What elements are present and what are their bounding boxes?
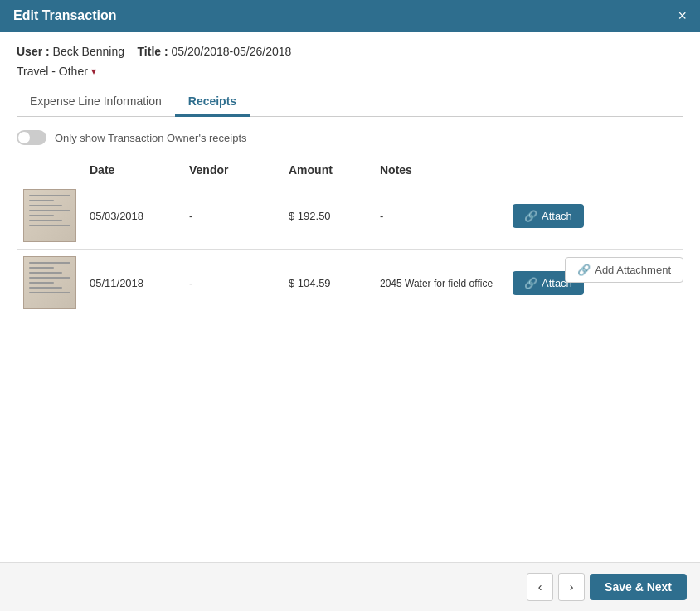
receipt-notes-1: - xyxy=(373,182,506,250)
dropdown-arrow-icon: ▾ xyxy=(91,65,96,77)
col-header-amount: Amount xyxy=(282,158,373,182)
modal-header: Edit Transaction × xyxy=(0,0,700,32)
toggle-row: Only show Transaction Owner's receipts xyxy=(17,130,683,145)
receipt-vendor-2: - xyxy=(182,250,282,317)
close-button[interactable]: × xyxy=(678,8,687,23)
receipt-amount-2: $ 104.59 xyxy=(282,250,373,317)
attach-button-1[interactable]: 🔗 Attach xyxy=(513,204,584,228)
prev-button[interactable]: ‹ xyxy=(527,573,553,601)
receipt-vendor-1: - xyxy=(182,182,282,250)
side-actions: 🔗 Add Attachment xyxy=(565,257,683,283)
modal-footer: ‹ › Save & Next xyxy=(0,562,700,611)
table-row: 05/03/2018 - $ 192.50 - 🔗 Attach xyxy=(17,182,683,250)
category-label: Travel - Other xyxy=(17,65,88,78)
receipt-attach-cell-1: 🔗 Attach xyxy=(506,182,683,250)
title-value: 05/20/2018-05/26/2018 xyxy=(172,45,292,58)
save-next-button[interactable]: Save & Next xyxy=(590,574,687,600)
title-label: Title : xyxy=(138,45,168,58)
tabs-container: Expense Line Information Receipts xyxy=(17,88,683,117)
edit-transaction-modal: Edit Transaction × User : Beck Benning T… xyxy=(0,0,700,611)
modal-title: Edit Transaction xyxy=(13,8,116,23)
user-label: User : xyxy=(17,45,50,58)
paperclip-icon-2: 🔗 xyxy=(524,277,537,289)
user-name: Beck Benning xyxy=(53,45,124,58)
tab-receipts[interactable]: Receipts xyxy=(175,88,250,117)
user-info-row: User : Beck Benning Title : 05/20/2018-0… xyxy=(17,45,683,58)
receipt-date-1: 05/03/2018 xyxy=(83,182,182,250)
receipt-amount-1: $ 192.50 xyxy=(282,182,373,250)
next-button[interactable]: › xyxy=(558,573,585,601)
col-header-image xyxy=(17,158,83,182)
category-row: Travel - Other ▾ xyxy=(17,65,683,78)
tab-expense-line[interactable]: Expense Line Information xyxy=(17,88,175,117)
toggle-label: Only show Transaction Owner's receipts xyxy=(55,132,247,144)
receipt-thumbnail-2[interactable] xyxy=(17,250,83,317)
receipts-table: Date Vendor Amount Notes xyxy=(17,158,683,316)
col-header-notes: Notes xyxy=(373,158,506,182)
col-header-date: Date xyxy=(83,158,182,182)
transaction-owner-toggle[interactable] xyxy=(17,130,46,145)
paperclip-icon-1: 🔗 xyxy=(524,210,537,222)
add-attachment-button[interactable]: 🔗 Add Attachment xyxy=(565,257,683,283)
attachment-icon: 🔗 xyxy=(577,264,591,276)
modal-body: User : Beck Benning Title : 05/20/2018-0… xyxy=(0,32,700,562)
receipt-thumbnail-1[interactable] xyxy=(17,182,83,250)
col-header-action xyxy=(506,158,683,182)
category-dropdown[interactable]: Travel - Other ▾ xyxy=(17,65,96,78)
receipt-notes-2: 2045 Water for field office xyxy=(373,250,506,317)
col-header-vendor: Vendor xyxy=(182,158,282,182)
receipt-date-2: 05/11/2018 xyxy=(83,250,182,317)
